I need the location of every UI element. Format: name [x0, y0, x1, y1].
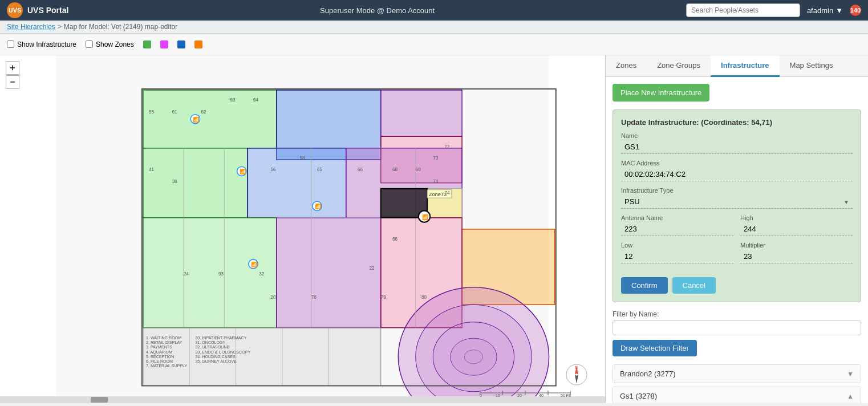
svg-text:30. INPATIENT PHARMACY: 30. INPATIENT PHARMACY — [195, 336, 246, 340]
search-input[interactable] — [686, 3, 800, 17]
infra-item-brandon2-header[interactable]: Brandon2 (3277) ▼ — [613, 365, 861, 383]
show-infrastructure-checkbox[interactable]: Show Infrastructure — [7, 40, 76, 48]
show-zones-input[interactable] — [86, 40, 93, 48]
svg-text:56: 56 — [271, 167, 277, 172]
svg-text:63: 63 — [230, 98, 236, 103]
breadcrumb-separator: > — [58, 23, 62, 31]
toolbar: Show Infrastructure Show Zones — [0, 34, 868, 55]
antenna-name-label: Antenna Name — [621, 214, 733, 221]
svg-text:24: 24 — [184, 271, 189, 277]
tab-zone-groups[interactable]: Zone Groups — [647, 55, 711, 77]
antenna-high-row: Antenna Name High — [621, 214, 853, 242]
multiplier-group: Multiplier — [740, 242, 853, 263]
infra-type-select[interactable]: PSU AP Gateway — [621, 195, 853, 209]
show-infrastructure-input[interactable] — [7, 40, 14, 48]
color-green[interactable] — [143, 40, 151, 48]
panel-body: Place New Infrastructure Update Infrastr… — [606, 77, 868, 403]
floor-plan-svg: 📶 📶 📶 📶 📶 Zone73 55 61 62 63 64 41 38 56… — [0, 55, 605, 403]
user-label: afadmin — [807, 6, 833, 15]
svg-text:22: 22 — [369, 266, 375, 271]
svg-text:80: 80 — [421, 295, 427, 300]
draw-selection-filter-button[interactable]: Draw Selection Filter — [613, 340, 697, 356]
svg-text:3. PAYMENTS: 3. PAYMENTS — [146, 345, 172, 350]
infra-item-gs1: Gs1 (3278) ▲ MAC Address: 00:02:02:34:74… — [613, 387, 861, 403]
tab-zones[interactable]: Zones — [606, 55, 647, 77]
mac-label: MAC Address — [621, 160, 853, 167]
low-label: Low — [621, 242, 733, 249]
update-form-title: Update Infrastructure: (Coordinates: 54,… — [621, 118, 853, 127]
app-logo: UVS — [7, 2, 23, 18]
name-field-group: Name — [621, 132, 853, 154]
svg-text:79: 79 — [381, 295, 387, 300]
infrastructure-list: Brandon2 (3277) ▼ Gs1 (3278) ▲ MAC Addre… — [613, 364, 861, 403]
place-new-infrastructure-button[interactable]: Place New Infrastructure — [613, 84, 709, 102]
infra-item-brandon2-title: Brandon2 (3277) — [620, 370, 676, 378]
mac-field-group: MAC Address — [621, 160, 853, 181]
high-group: High — [740, 214, 853, 236]
map-area[interactable]: + − — [0, 55, 606, 403]
svg-text:72: 72 — [445, 144, 451, 149]
svg-marker-5 — [143, 148, 248, 218]
tab-map-settings[interactable]: Map Settings — [780, 55, 843, 77]
svg-text:32: 32 — [259, 271, 265, 277]
antenna-name-input[interactable] — [621, 222, 733, 236]
svg-text:66: 66 — [358, 167, 363, 172]
svg-text:78: 78 — [311, 295, 317, 300]
app-title: UVS Portal — [27, 6, 68, 15]
color-orange[interactable] — [194, 40, 202, 48]
svg-text:33. ENDO & COLONOSCOPY: 33. ENDO & COLONOSCOPY — [195, 350, 250, 355]
svg-text:93: 93 — [218, 271, 224, 277]
superuser-mode-label: Superuser Mode @ Demo Account — [320, 6, 435, 15]
multiplier-input[interactable] — [740, 250, 853, 263]
svg-text:20: 20 — [517, 393, 522, 397]
svg-text:35. GURNEY ALCOVE: 35. GURNEY ALCOVE — [195, 359, 237, 364]
filter-section: Filter by Name: Draw Selection Filter — [613, 310, 861, 356]
right-panel: Zones Zone Groups Infrastructure Map Set… — [606, 55, 868, 403]
svg-text:0: 0 — [480, 393, 482, 397]
navbar-right: afadmin ▼ 140 — [686, 3, 861, 17]
svg-text:41: 41 — [149, 167, 155, 172]
zoom-in-button[interactable]: + — [6, 61, 19, 75]
multiplier-label: Multiplier — [740, 242, 853, 249]
chevron-up-icon: ▲ — [847, 392, 854, 400]
infra-type-select-wrapper: PSU AP Gateway — [621, 195, 853, 209]
high-input[interactable] — [740, 222, 853, 236]
confirm-button[interactable]: Confirm — [621, 277, 668, 294]
svg-text:📶: 📶 — [240, 168, 246, 175]
show-infrastructure-label: Show Infrastructure — [17, 40, 76, 48]
mac-input[interactable] — [621, 168, 853, 181]
breadcrumb-link[interactable]: Site Hierarchies — [7, 23, 55, 31]
breadcrumb: Site Hierarchies > Map for Model: Vet (2… — [0, 21, 868, 34]
color-pink[interactable] — [160, 40, 168, 48]
scrollbar-thumb[interactable] — [91, 397, 108, 403]
notification-badge[interactable]: 140 — [850, 5, 861, 16]
svg-text:4. AQUARIUM: 4. AQUARIUM — [146, 350, 172, 355]
cancel-button[interactable]: Cancel — [672, 277, 716, 294]
tab-bar: Zones Zone Groups Infrastructure Map Set… — [606, 55, 868, 77]
color-blue[interactable] — [177, 40, 185, 48]
form-actions: Confirm Cancel — [621, 277, 853, 294]
svg-text:7. MATERIAL SUPPLY: 7. MATERIAL SUPPLY — [146, 364, 187, 368]
update-form: Update Infrastructure: (Coordinates: 54,… — [613, 109, 861, 302]
filter-input[interactable] — [613, 320, 861, 335]
tab-infrastructure[interactable]: Infrastructure — [711, 55, 780, 77]
svg-text:61: 61 — [172, 109, 178, 115]
svg-marker-6 — [248, 148, 346, 218]
infra-type-label: Infrastructure Type — [621, 187, 853, 194]
svg-text:73: 73 — [433, 179, 439, 184]
svg-text:68: 68 — [392, 167, 398, 172]
infra-item-brandon2: Brandon2 (3277) ▼ — [613, 364, 861, 383]
show-zones-checkbox[interactable]: Show Zones — [86, 40, 134, 48]
zoom-out-button[interactable]: − — [6, 75, 19, 89]
name-input[interactable] — [621, 140, 853, 154]
svg-marker-10 — [143, 218, 277, 328]
infra-item-gs1-header[interactable]: Gs1 (3278) ▲ — [613, 387, 861, 403]
filter-label: Filter by Name: — [613, 310, 861, 318]
svg-text:📶: 📶 — [251, 261, 258, 268]
user-menu[interactable]: afadmin ▼ — [807, 6, 843, 15]
svg-point-17 — [464, 350, 483, 363]
low-input[interactable] — [621, 250, 733, 263]
low-multiplier-row: Low Multiplier — [621, 242, 853, 269]
svg-text:2. RETAIL DISPLAY: 2. RETAIL DISPLAY — [146, 340, 182, 345]
high-label: High — [740, 214, 853, 221]
